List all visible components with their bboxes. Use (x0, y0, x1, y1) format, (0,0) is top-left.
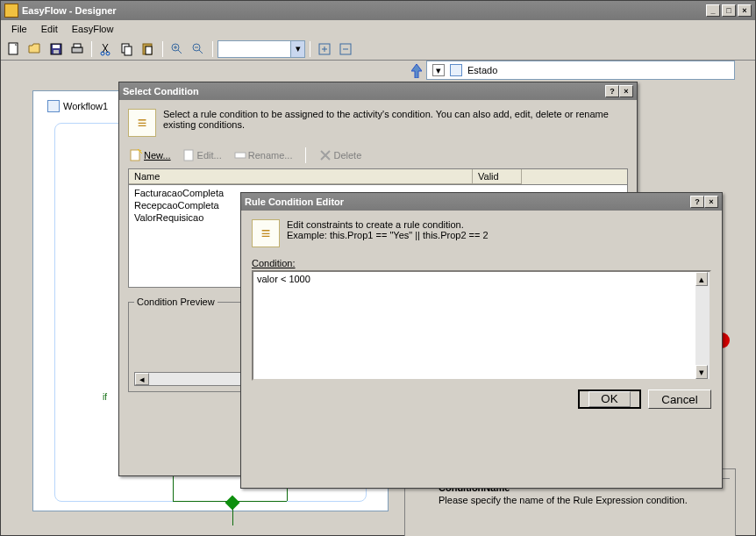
rule-editor-titlebar[interactable]: Rule Condition Editor ? × (241, 193, 722, 211)
condition-expression: valor < 1000 (257, 274, 310, 284)
toolbar: ▾ (1, 38, 755, 61)
new-condition-button[interactable]: New... (128, 147, 173, 163)
delete-icon (319, 149, 332, 161)
right-dock: ▾ Estado (426, 61, 735, 80)
svg-rect-9 (125, 46, 132, 55)
select-condition-desc: Select a rule condition to be assigned t… (163, 109, 628, 130)
select-condition-titlebar[interactable]: Select Condition ? × (119, 82, 637, 100)
rules-icon (252, 219, 280, 247)
maximize-button[interactable]: □ (722, 4, 736, 17)
help-button[interactable]: ? (690, 196, 704, 208)
paste-icon[interactable] (139, 39, 158, 59)
window-title: EasyFlow - Designer (22, 5, 706, 16)
rule-editor-title: Rule Condition Editor (245, 197, 690, 207)
copy-icon[interactable] (118, 39, 137, 59)
workflow-root[interactable]: Workflow1 (47, 100, 108, 112)
rename-condition-button[interactable]: Rename... (232, 147, 295, 163)
scroll-down-icon[interactable]: ▾ (695, 365, 708, 379)
new-file-icon[interactable] (4, 39, 24, 59)
collapse-icon[interactable] (336, 39, 355, 59)
zoom-in-icon[interactable] (168, 39, 187, 59)
close-button[interactable]: × (738, 4, 752, 17)
col-valid[interactable]: Valid (473, 169, 522, 184)
estado-icon (450, 64, 462, 76)
rule-editor-buttons: OK Cancel (252, 389, 711, 409)
condition-preview-legend: Condition Preview (134, 297, 218, 307)
app-icon (4, 4, 18, 18)
edit-condition-button[interactable]: Edit... (182, 147, 224, 163)
titlebar: EasyFlow - Designer _ □ × (1, 1, 755, 20)
edit-icon (183, 149, 196, 161)
select-condition-title: Select Condition (123, 86, 605, 96)
dock-arrow-icon (411, 64, 422, 78)
cancel-button[interactable]: Cancel (648, 389, 711, 409)
workflow-icon (47, 100, 60, 112)
svg-rect-17 (184, 150, 193, 161)
zoom-out-icon[interactable] (189, 39, 208, 59)
help-button[interactable]: ? (605, 85, 619, 97)
select-condition-toolbar: New... Edit... Rename... (128, 147, 628, 163)
rule-editor-line1: Edit constraints to create a rule condit… (287, 219, 711, 230)
conditions-list-header: Name Valid (128, 168, 628, 184)
scroll-up-icon[interactable]: ▴ (695, 272, 708, 286)
svg-rect-5 (74, 44, 81, 47)
svg-rect-11 (146, 46, 152, 54)
estado-close-icon[interactable]: ▾ (432, 64, 445, 76)
svg-rect-4 (72, 47, 82, 53)
rename-icon (234, 149, 246, 161)
save-icon[interactable] (46, 39, 66, 59)
print-icon[interactable] (68, 39, 87, 59)
rule-condition-editor-dialog: Rule Condition Editor ? × Edit constrain… (240, 192, 723, 489)
svg-rect-3 (53, 50, 59, 54)
menu-easyflow[interactable]: EasyFlow (65, 22, 121, 36)
workflow-name: Workflow1 (63, 101, 108, 111)
main-window: EasyFlow - Designer _ □ × File Edit Easy… (0, 0, 756, 536)
rules-icon (128, 109, 156, 137)
new-icon (130, 149, 142, 161)
svg-rect-16 (131, 150, 139, 161)
menu-edit[interactable]: Edit (34, 22, 65, 36)
prop-description: Please specify the name of the Rule Expr… (439, 495, 726, 505)
expand-icon[interactable] (315, 39, 334, 59)
menubar: File Edit EasyFlow (1, 20, 755, 38)
estado-label: Estado (467, 65, 497, 75)
rule-editor-line2: Example: this.Prop1 == "Yes" || this.Pro… (287, 230, 711, 240)
if-label: if (103, 392, 107, 402)
zoom-combo[interactable]: ▾ (218, 40, 305, 58)
svg-rect-18 (235, 153, 246, 158)
svg-rect-2 (53, 45, 60, 48)
cut-icon[interactable] (96, 39, 116, 59)
vertical-scrollbar[interactable]: ▴ ▾ (695, 272, 710, 379)
connector-line (232, 508, 233, 525)
condition-textarea[interactable]: valor < 1000 ▴ ▾ (252, 270, 711, 381)
minimize-button[interactable]: _ (706, 4, 720, 17)
canvas-area: ▾ Estado Workflow1 if Here Here (1, 61, 755, 535)
condition-label: Condition: (252, 258, 711, 268)
col-name[interactable]: Name (129, 169, 473, 184)
close-button[interactable]: × (704, 196, 718, 208)
chevron-down-icon[interactable]: ▾ (290, 41, 304, 57)
menu-file[interactable]: File (4, 22, 34, 36)
delete-condition-button[interactable]: Delete (317, 147, 363, 163)
open-folder-icon[interactable] (25, 39, 45, 59)
estado-tab[interactable]: ▾ Estado (426, 61, 735, 80)
scroll-left-icon[interactable]: ◂ (135, 373, 149, 385)
close-button[interactable]: × (619, 85, 633, 97)
ok-button[interactable]: OK (578, 389, 641, 409)
